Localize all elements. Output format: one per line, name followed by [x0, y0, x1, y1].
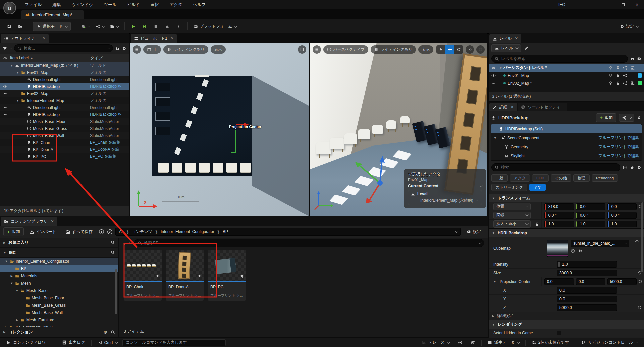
outliner-row-InteriorElement_Map (エディタ)[interactable]: ▼InteriorElement_Map (エディタ)ワールド [0, 62, 129, 69]
breadcrumb-chevron-icon[interactable] [455, 230, 458, 233]
category-chip-ストリーミング[interactable]: ストリーミング [491, 184, 527, 191]
breadcrumb-item-Interior_Element_Configurator[interactable]: Interior_Element_Configurator [161, 229, 214, 234]
component-row-Skylight[interactable]: Skylightブループリントで編集 [491, 151, 642, 160]
transform-axis-dropdown[interactable]: 位置 [493, 203, 531, 210]
menu-item-5[interactable]: 選択 [147, 1, 163, 9]
unsaved-button[interactable]: 2個が未保存です [528, 338, 573, 347]
add-actor-dropdown[interactable] [79, 22, 92, 31]
edit-icon[interactable] [524, 46, 529, 50]
platforms-dropdown[interactable]: プラットフォーム [192, 22, 238, 31]
console-command-input[interactable]: コンソールコマンドを入力します [122, 339, 226, 346]
outliner-item-type[interactable]: HDRIBackdrop を [88, 84, 129, 89]
transform-value-input[interactable]: 0.0 ° [607, 212, 637, 219]
add-folder-icon[interactable] [630, 57, 635, 61]
property-value-input[interactable]: 0.0 [544, 278, 574, 285]
edit-in-blueprint-link[interactable]: ブループリントで編集 [598, 144, 639, 150]
level-row-Env01_Map[interactable]: Env01_Map [489, 72, 644, 79]
outliner-row-BP_PC[interactable]: BP_PCBP_PC を編集 [0, 153, 129, 160]
visibility-toggle[interactable] [0, 91, 10, 96]
levels-menu-button[interactable]: レベル [491, 44, 521, 52]
hdri-section-header[interactable]: ▼HDRI Backdrop [489, 228, 644, 237]
details-search-input[interactable] [501, 165, 617, 170]
breadcrumb-item-All[interactable]: All [119, 229, 123, 234]
snapshot-button[interactable] [467, 338, 479, 347]
outliner-row-BP_Door-A[interactable]: BP_Door-ABP_Door-A を編 [0, 146, 129, 153]
favorites-icon[interactable] [630, 165, 634, 170]
menu-item-1[interactable]: 編集 [48, 1, 65, 9]
category-chip-Rendering[interactable]: Rendering [592, 174, 618, 182]
category-chip-物理[interactable]: 物理 [573, 174, 590, 182]
viewport-tab[interactable]: ビューポート1 ✕ [131, 34, 177, 43]
visibility-toggle[interactable] [489, 73, 498, 78]
use-selected-icon[interactable] [571, 249, 575, 253]
forward-icon[interactable] [107, 229, 113, 235]
breadcrumb-item-コンテンツ[interactable]: コンテンツ [132, 229, 152, 235]
transform-value-input[interactable]: 1.0 [576, 221, 605, 227]
play-button[interactable] [129, 22, 138, 31]
outliner-row-Mesh_Base_Floor[interactable]: Mesh_Base_FloorStaticMeshActor [0, 118, 129, 125]
outliner-row-Env02_Map[interactable]: Env02_Mapフォルダ [0, 90, 129, 97]
cmd-dropdown[interactable]: Cmd [94, 338, 121, 347]
search-icon[interactable] [111, 240, 115, 245]
asset-card-BP_PC[interactable]: BP_PCブループリント ク... [208, 250, 246, 301]
search-options-icon[interactable] [479, 241, 482, 244]
levels-settings-icon[interactable] [637, 57, 641, 61]
close-tab-icon[interactable]: ✕ [51, 219, 54, 224]
visibility-toggle[interactable] [489, 81, 498, 85]
content-browser-tab[interactable]: コンテンツブラウザ ✕ [1, 217, 57, 226]
outliner-settings-icon[interactable] [122, 46, 126, 51]
menu-item-0[interactable]: ファイル [21, 1, 46, 9]
browse-icon[interactable] [578, 249, 583, 253]
move-tool-button[interactable] [445, 45, 454, 54]
collections-section[interactable]: ▶コレクション ⊕ [0, 327, 118, 337]
play-options-button[interactable] [174, 22, 183, 31]
eject-button[interactable] [163, 22, 172, 31]
levels-search-input[interactable] [501, 56, 625, 61]
lighting-mode-button[interactable]: ライティングあり [163, 45, 208, 54]
reset-icon[interactable] [635, 305, 644, 310]
blueprint-actions-dropdown[interactable] [619, 114, 634, 122]
select-mode-dropdown[interactable]: 選択モード [33, 22, 71, 31]
menu-item-7[interactable]: ヘルプ [189, 1, 210, 9]
level-color-chip[interactable] [638, 73, 642, 78]
add-component-button[interactable]: +追加 [596, 113, 616, 122]
component-row-SceneComponent[interactable]: ▼SceneComponentブループリントで編集 [491, 133, 642, 142]
content-drawer-button[interactable]: コンテンツドロワー [3, 338, 53, 347]
import-button[interactable]: インポート [26, 227, 60, 236]
maximize-viewport-button[interactable] [476, 45, 485, 54]
tree-folder-Mesh_Furniture[interactable]: ▶Mesh_Furniture [0, 316, 118, 324]
level-color-chip[interactable] [638, 81, 642, 85]
transform-value-input[interactable]: 1.0 [607, 221, 637, 227]
transform-gizmo[interactable] [350, 153, 400, 203]
component-row-HDRIBackdrop (Self)[interactable]: HDRIBackdrop (Self) [491, 124, 642, 133]
menu-item-6[interactable]: アクタ [166, 1, 186, 9]
category-chip-全て[interactable]: 全て [529, 184, 546, 191]
menu-item-4[interactable]: ビルド [123, 1, 144, 9]
viewport-menu-button[interactable] [313, 45, 321, 54]
save-button[interactable] [4, 22, 13, 31]
cubemap-thumbnail[interactable] [547, 240, 568, 257]
actor-hidden-checkbox[interactable] [557, 331, 561, 335]
outliner-column-header[interactable]: Item Label▲ タイプ [0, 54, 129, 62]
search-options-icon[interactable] [107, 46, 111, 50]
close-tab-icon[interactable]: ✕ [43, 36, 46, 41]
details-search[interactable] [491, 163, 620, 171]
details-settings-icon[interactable] [637, 165, 641, 170]
asset-search-input[interactable] [144, 241, 477, 245]
maximize-button[interactable] [616, 0, 630, 9]
asset-card-BP_Chair[interactable]: BP_Chairブループリント ク... [124, 250, 162, 301]
tree-folder-Mesh_Base_Floor[interactable]: Mesh_Base_Floor [0, 294, 118, 302]
view-mode-button[interactable]: パースペクティブ [323, 45, 368, 54]
levels-search[interactable] [491, 55, 628, 63]
add-collection-icon[interactable]: ⊕ [103, 329, 107, 335]
more-tools-button[interactable] [466, 45, 474, 54]
rotate-tool-button[interactable] [454, 45, 463, 54]
outliner-row-HDRIBackdrop[interactable]: HDRIBackdropHDRIBackdrop を [0, 111, 129, 118]
transform-value-input[interactable]: 0.0 ° [576, 212, 605, 219]
outliner-row-BP_Chair[interactable]: BP_ChairBP_Chair を編集 [0, 139, 129, 146]
category-chip-一般[interactable]: 一般 [491, 174, 508, 182]
show-flags-button[interactable]: 表示 [211, 45, 226, 54]
property-value-input[interactable]: 0.0 [576, 278, 605, 285]
tree-folder-Interior_Element_Configurator[interactable]: ▼Interior_Element_Configurator [0, 258, 118, 265]
maximize-viewport-button[interactable] [298, 45, 306, 54]
